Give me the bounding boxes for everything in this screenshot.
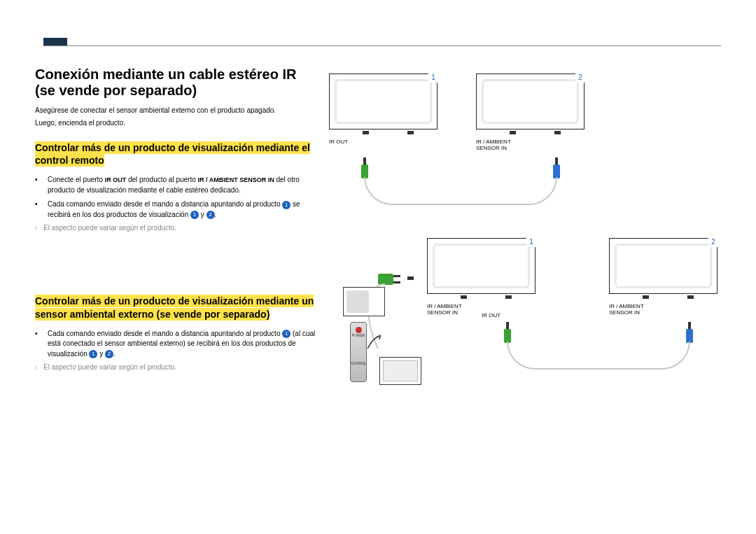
subheading-1: Controlar más de un producto de visualiz… (35, 141, 310, 167)
text-column: Conexión mediante un cable estéreo IR (s… (35, 28, 318, 371)
bullet-marker: • (35, 329, 38, 339)
stereo-cable-b-icon (507, 342, 690, 370)
ref-badge-s1b: 1 (89, 350, 97, 358)
ref-badge-s1: 1 (282, 330, 290, 338)
remote-control-icon: POWER SOURCE (350, 322, 367, 382)
note-1: El aspecto puede variar según el product… (35, 224, 318, 232)
section-2: Controlar más de un producto de visualiz… (35, 295, 318, 371)
display-number-b1: 1 (526, 237, 536, 247)
bullet-marker: • (35, 199, 38, 210)
brand-mark (43, 38, 67, 45)
subheading-2-wrap: Controlar más de un producto de visualiz… (35, 295, 318, 320)
display-b2: 2 (609, 238, 718, 294)
label-ir-in-b1: IR / AMBIENT SENSOR IN (427, 304, 462, 316)
port-mark-b1b (505, 295, 512, 299)
subheading-1-wrap: Controlar más de un producto de visualiz… (35, 141, 318, 167)
sensor-port-mark (407, 276, 414, 280)
display-front-icon (379, 357, 421, 385)
ref-badge-1: 1 (282, 201, 290, 209)
bullet-2: • Cada comando enviado desde el mando a … (35, 199, 318, 220)
port-mark-1b (407, 131, 414, 134)
external-sensor-icon (343, 287, 385, 316)
jack-green-b-icon (504, 322, 511, 343)
bullet-1: • Conecte el puerto IR OUT del producto … (35, 175, 318, 195)
page-title: Conexión mediante un cable estéreo IR (s… (35, 66, 318, 99)
label-ir-in-1: IR / AMBIENT SENSOR IN (476, 139, 511, 152)
jack-blue-b-icon (686, 322, 693, 343)
bullet-marker: • (35, 175, 38, 185)
display-number-1: 1 (428, 73, 438, 83)
intro-line-2: Luego, encienda el producto. (35, 118, 318, 128)
ref-badge-2: 2 (206, 211, 215, 219)
display-number-2: 2 (575, 73, 585, 83)
port-mark-2a (510, 131, 516, 134)
bullet-3-text: Cada comando enviado desde el mando a di… (48, 330, 315, 358)
signal-arrow-icon (365, 333, 384, 351)
bullet-1-text: Conecte el puerto IR OUT del producto al… (48, 176, 300, 194)
port-mark-b2a (643, 295, 649, 299)
page: Conexión mediante un cable estéreo IR (s… (0, 0, 756, 420)
note-2: El aspecto puede variar según el product… (35, 363, 318, 371)
intro-line-1: Asegúrese de conectar el sensor ambienta… (35, 106, 318, 115)
ref-badge-1b: 1 (190, 211, 199, 219)
display-1: 1 (329, 73, 438, 129)
diagram-external-sensor: 1 IR / AMBIENT SENSOR IN IR OUT 2 IR / A… (329, 238, 721, 420)
header-rule (43, 45, 721, 46)
stereo-cable-icon (364, 177, 557, 205)
display-number-b2: 2 (708, 237, 718, 247)
display-b1: 1 (427, 238, 536, 294)
port-mark-b1a (461, 295, 467, 299)
port-mark-b2b (687, 295, 694, 299)
diagram-column: 1 IR OUT 2 IR / AMBIENT SENSOR IN (329, 28, 721, 420)
diagram-remote-only: 1 IR OUT 2 IR / AMBIENT SENSOR IN (329, 66, 721, 234)
jack-blue-icon (553, 157, 560, 178)
bullet-3: • Cada comando enviado desde el mando a … (35, 329, 318, 360)
port-mark-1a (363, 131, 369, 134)
display-2: 2 (476, 73, 584, 129)
subheading-2: Controlar más de un producto de visualiz… (35, 295, 314, 320)
ref-badge-s2: 2 (105, 350, 113, 358)
jack-green-icon (361, 157, 368, 178)
label-ir-out-b: IR OUT (482, 313, 500, 319)
label-ir-in-b2: IR / AMBIENT SENSOR IN (609, 304, 644, 316)
port-mark-2b (554, 131, 561, 134)
label-ir-out-1: IR OUT (329, 139, 348, 146)
bullet-2-text: Cada comando enviado desde el mando a di… (48, 200, 300, 218)
